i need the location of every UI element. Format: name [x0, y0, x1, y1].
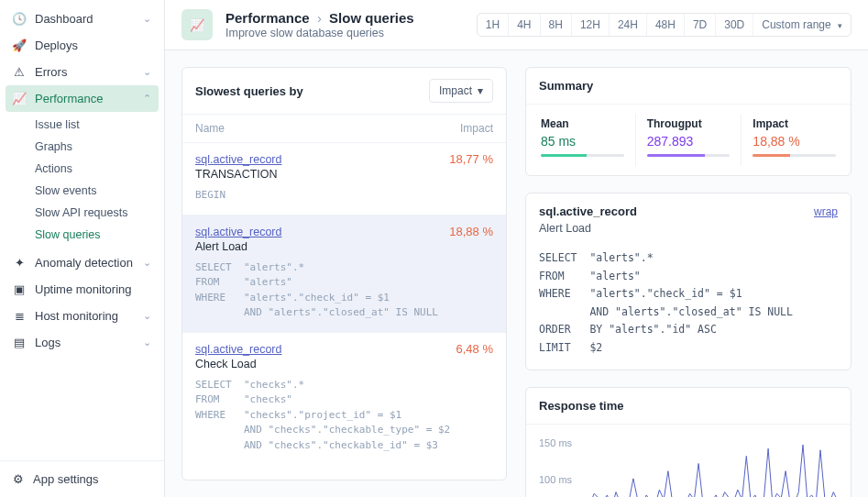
range-7d[interactable]: 7D	[685, 14, 716, 36]
sidebar-item-logs[interactable]: ▤ Logs ⌄	[0, 329, 164, 356]
range-12h[interactable]: 12H	[572, 14, 610, 36]
sub-slow-queries[interactable]: Slow queries	[35, 224, 164, 246]
app-settings-label: App settings	[33, 472, 99, 486]
range-4h[interactable]: 4H	[509, 14, 540, 36]
query-link[interactable]: sql.active_record	[195, 226, 282, 238]
sidebar-item-performance[interactable]: 📈 Performance ⌃	[5, 85, 159, 112]
host-icon: ≣	[13, 310, 26, 323]
gear-icon: ⚙	[13, 472, 24, 486]
logs-icon: ▤	[13, 337, 26, 349]
sub-slow-events[interactable]: Slow events	[35, 180, 164, 202]
response-time-chart: 150 ms 100 ms 50ms	[526, 425, 851, 497]
stat-mean-label: Mean	[541, 117, 624, 130]
sidebar-item-deploys[interactable]: 🚀 Deploys	[0, 32, 164, 59]
table-header: Name Impact	[182, 115, 506, 142]
chevron-right-icon: ›	[317, 10, 322, 26]
chevron-down-icon: ▾	[838, 21, 842, 30]
col-name: Name	[195, 122, 460, 135]
sidebar-item-label: Dashboard	[35, 12, 93, 26]
page-subtitle: Improve slow database queries	[225, 27, 414, 39]
crumb-parent[interactable]: Performance	[225, 10, 310, 26]
query-link[interactable]: sql.active_record	[195, 343, 282, 356]
stat-impact: Impact 18,88 %	[742, 114, 847, 166]
sub-slow-api[interactable]: Slow API requests	[35, 202, 164, 224]
range-custom[interactable]: Custom range ▾	[753, 14, 851, 36]
sub-issue-list[interactable]: Issue list	[35, 114, 164, 136]
uptime-icon: ▣	[13, 283, 26, 296]
summary-title: Summary	[539, 79, 593, 93]
stat-throughput-value: 287.893	[647, 134, 731, 149]
sub-actions[interactable]: Actions	[35, 158, 164, 180]
detail-sub: Alert Load	[526, 222, 851, 244]
chevron-down-icon: ⌄	[143, 13, 151, 25]
range-8h[interactable]: 8H	[541, 14, 572, 36]
query-link[interactable]: sql.active_record	[195, 153, 282, 166]
chevron-down-icon: ▾	[478, 84, 483, 97]
query-sub: TRANSACTION	[195, 168, 493, 181]
app-settings[interactable]: ⚙ App settings	[0, 460, 164, 497]
sparkline	[581, 441, 838, 497]
sidebar-nav: 🕓 Dashboard ⌄ 🚀 Deploys ⚠ Errors ⌄ 📈 Per…	[0, 0, 164, 460]
sidebar-item-label: Anomaly detection	[35, 256, 133, 270]
stat-mean-bar	[541, 154, 624, 157]
sidebar-item-label: Performance	[35, 92, 103, 105]
stat-mean: Mean 85 ms	[530, 114, 636, 166]
time-range-picker: 1H 4H 8H 12H 24H 48H 7D 30D Custom range…	[477, 13, 852, 37]
stat-throughput-label: Througput	[647, 117, 731, 130]
sidebar-item-label: Deploys	[35, 39, 78, 52]
sort-dropdown[interactable]: Impact ▾	[429, 79, 493, 103]
summary-panel: Summary Mean 85 ms Througput 287.893 Imp…	[525, 67, 852, 176]
query-impact: 18,77 %	[449, 152, 493, 166]
sidebar-item-label: Errors	[35, 65, 67, 79]
response-time-panel: Response time 150 ms 100 ms 50ms	[525, 387, 852, 497]
perf-icon: 📈	[13, 93, 26, 105]
query-sub: Alert Load	[195, 240, 493, 253]
query-row[interactable]: sql.active_record18,77 %TRANSACTIONBEGIN	[182, 142, 506, 215]
query-row[interactable]: sql.active_record18,88 %Alert LoadSELECT…	[182, 215, 506, 332]
chevron-up-icon: ⌃	[143, 93, 151, 105]
detail-sql: SELECT "alerts".* FROM "alerts" WHERE "a…	[526, 244, 851, 370]
breadcrumb: Performance › Slow queries	[225, 10, 414, 26]
query-list: sql.active_record18,77 %TRANSACTIONBEGIN…	[182, 142, 506, 480]
sidebar-sub-performance: Issue list Graphs Actions Slow events Sl…	[0, 112, 164, 249]
sort-label: Impact	[439, 84, 472, 97]
detail-name: sql.active_record	[539, 204, 637, 218]
sidebar-item-label: Host monitoring	[35, 309, 118, 323]
sidebar-item-label: Uptime monitoring	[35, 282, 132, 296]
perf-hero-icon: 📈	[181, 9, 213, 40]
stat-throughput-bar	[647, 154, 731, 157]
panel-title: Slowest queries by	[195, 84, 303, 98]
page-header: 📈 Performance › Slow queries Improve slo…	[165, 0, 868, 50]
stat-impact-bar	[753, 154, 836, 157]
sidebar-item-errors[interactable]: ⚠ Errors ⌄	[0, 59, 164, 85]
sub-graphs[interactable]: Graphs	[35, 136, 164, 158]
response-time-title: Response time	[539, 399, 623, 413]
query-row[interactable]: sql.active_record6,48 %Check LoadSELECT …	[182, 332, 506, 465]
sidebar-item-uptime[interactable]: ▣ Uptime monitoring	[0, 276, 164, 303]
range-48h[interactable]: 48H	[647, 14, 685, 36]
stat-throughput: Througput 287.893	[636, 114, 742, 166]
stat-mean-value: 85 ms	[541, 134, 624, 149]
gauge-icon: 🕓	[13, 13, 26, 26]
chevron-down-icon: ⌄	[143, 337, 151, 348]
query-sql: SELECT "alerts".* FROM "alerts" WHERE "a…	[195, 260, 493, 321]
chevron-down-icon: ⌄	[143, 257, 151, 269]
wrap-toggle[interactable]: wrap	[814, 205, 838, 218]
y-tick: 150 ms	[539, 437, 572, 448]
sidebar-item-anomaly[interactable]: ✦ Anomaly detection ⌄	[0, 249, 164, 276]
range-custom-label: Custom range	[762, 18, 830, 31]
rocket-icon: 🚀	[13, 39, 26, 52]
range-1h[interactable]: 1H	[478, 14, 509, 36]
sidebar-item-host[interactable]: ≣ Host monitoring ⌄	[0, 303, 164, 329]
query-sql: SELECT "checks".* FROM "checks" WHERE "c…	[195, 378, 493, 454]
stat-impact-label: Impact	[753, 117, 836, 130]
magic-icon: ✦	[13, 257, 26, 270]
range-24h[interactable]: 24H	[610, 14, 647, 36]
sidebar-item-dashboard[interactable]: 🕓 Dashboard ⌄	[0, 6, 164, 32]
stat-impact-value: 18,88 %	[753, 134, 836, 149]
query-impact: 18,88 %	[449, 225, 493, 238]
range-30d[interactable]: 30D	[716, 14, 753, 36]
breadcrumb-block: Performance › Slow queries Improve slow …	[225, 10, 414, 39]
sidebar-item-label: Logs	[35, 336, 60, 349]
query-sql: BEGIN	[195, 188, 493, 204]
